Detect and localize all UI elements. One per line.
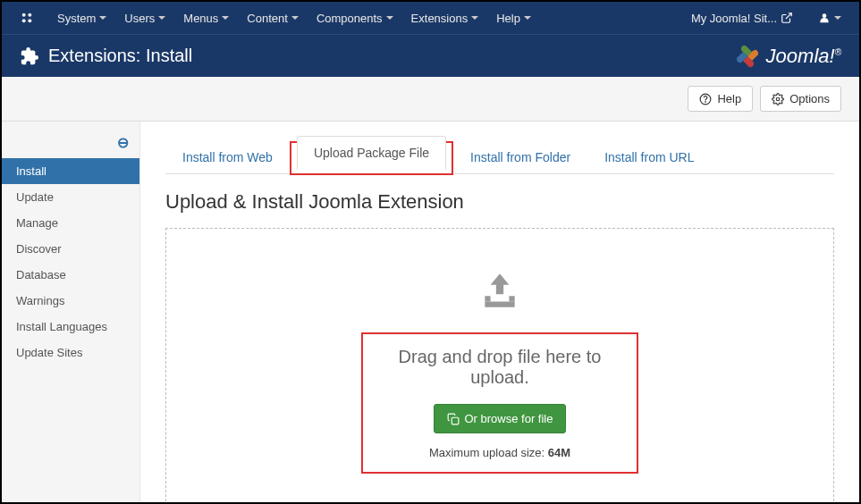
tab-install-from-url[interactable]: Install from URL xyxy=(587,140,711,174)
brand-text: Joomla!® xyxy=(766,45,841,68)
sidebar-item-update-sites[interactable]: Update Sites xyxy=(2,340,139,365)
upload-icon xyxy=(477,268,522,313)
sidebar-item-discover[interactable]: Discover xyxy=(2,236,139,262)
user-icon xyxy=(818,12,831,24)
gear-icon xyxy=(772,93,784,105)
svg-point-5 xyxy=(823,13,827,18)
help-button[interactable]: Help xyxy=(688,86,753,112)
highlight-active-tab: Upload Package File xyxy=(290,141,453,175)
svg-line-4 xyxy=(786,13,791,19)
svg-rect-9 xyxy=(452,417,459,424)
page-header: Extensions: Install Joomla!® xyxy=(2,34,859,77)
joomla-brand-icon xyxy=(734,43,761,70)
sidebar-item-manage[interactable]: Manage xyxy=(2,210,139,236)
max-upload-size: Maximum upload size: 64M xyxy=(372,446,628,459)
sidebar-item-database[interactable]: Database xyxy=(2,262,139,288)
puzzle-icon xyxy=(20,46,39,66)
tab-install-from-folder[interactable]: Install from Folder xyxy=(453,140,587,174)
upload-dropzone[interactable]: Drag and drop file here to upload. Or br… xyxy=(165,228,834,502)
sidebar-item-update[interactable]: Update xyxy=(2,184,139,210)
svg-point-0 xyxy=(22,13,26,17)
site-link[interactable]: My Joomla! Sit... xyxy=(682,4,802,32)
drop-instruction: Drag and drop file here to upload. xyxy=(372,347,628,388)
nav-menus[interactable]: Menus xyxy=(174,4,238,32)
sidebar: ⊖ Install Update Manage Discover Databas… xyxy=(2,122,140,502)
svg-point-1 xyxy=(28,13,31,17)
sidebar-item-warnings[interactable]: Warnings xyxy=(2,288,139,314)
brand: Joomla!® xyxy=(734,43,841,70)
nav-system[interactable]: System xyxy=(48,4,115,32)
user-menu[interactable] xyxy=(809,4,850,31)
question-icon xyxy=(699,93,712,105)
sidebar-item-install-languages[interactable]: Install Languages xyxy=(2,314,139,340)
page-title: Extensions: Install xyxy=(20,46,192,66)
nav-users[interactable]: Users xyxy=(115,4,174,32)
tab-upload-package-file[interactable]: Upload Package File xyxy=(297,136,446,170)
nav-components[interactable]: Components xyxy=(308,4,402,32)
top-navigation: System Users Menus Content Components Ex… xyxy=(2,2,859,34)
svg-point-8 xyxy=(776,97,780,101)
nav-content[interactable]: Content xyxy=(238,4,308,32)
browse-file-button[interactable]: Or browse for file xyxy=(434,404,567,433)
install-tabs: Install from Web Upload Package File Ins… xyxy=(165,139,834,174)
sidebar-item-install[interactable]: Install xyxy=(2,158,139,184)
main-content: Install from Web Upload Package File Ins… xyxy=(140,122,859,502)
svg-point-2 xyxy=(22,19,26,22)
tab-install-from-web[interactable]: Install from Web xyxy=(165,140,290,174)
svg-point-3 xyxy=(28,19,31,22)
nav-extensions[interactable]: Extensions xyxy=(402,4,488,32)
external-link-icon xyxy=(781,12,793,24)
options-button[interactable]: Options xyxy=(760,86,841,112)
copy-icon xyxy=(447,413,460,425)
svg-point-7 xyxy=(705,101,706,102)
toolbar: Help Options xyxy=(2,77,859,122)
nav-help[interactable]: Help xyxy=(487,4,540,32)
highlight-drop-area: Drag and drop file here to upload. Or br… xyxy=(361,332,638,474)
collapse-sidebar-icon[interactable]: ⊖ xyxy=(117,135,129,150)
section-heading: Upload & Install Joomla Extension xyxy=(165,190,834,214)
joomla-logo-icon[interactable] xyxy=(11,4,48,32)
